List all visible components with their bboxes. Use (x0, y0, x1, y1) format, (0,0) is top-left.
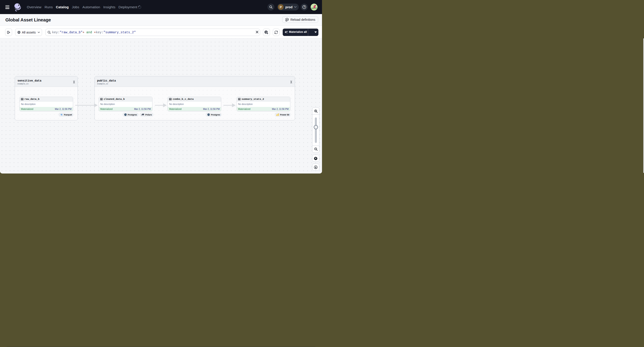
svg-text:?: ? (304, 6, 305, 8)
